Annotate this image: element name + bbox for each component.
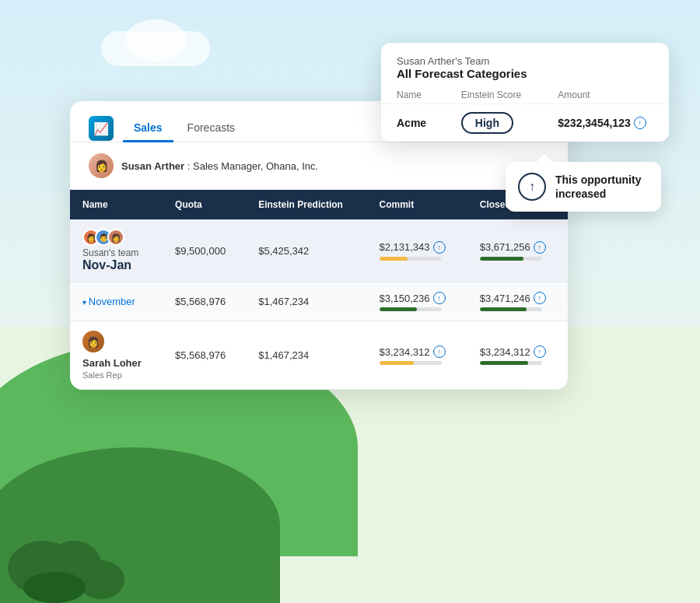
sarah-closed-value: $3,234,312 [480, 346, 530, 358]
team-closed-bar [480, 257, 542, 261]
nov-closed-bar [480, 307, 542, 311]
team-closed-arrow[interactable]: ↑ [534, 241, 546, 254]
col-einstein: Einstein Prediction [246, 190, 366, 219]
nov-name-cell: ▾ November [70, 282, 163, 321]
sarah-role: Sales Rep [82, 370, 150, 380]
table-row: ▾ November $5,568,976 $1,467,234 $3,150,… [70, 282, 568, 321]
team-closed-content: $3,671,256 ↑ [480, 241, 555, 261]
tooltip-col-name: Name [381, 86, 446, 104]
team-closed-row: $3,671,256 ↑ [480, 241, 555, 254]
col-name: Name [70, 190, 163, 219]
tooltip-team-name: Susan Arther's Team [397, 55, 653, 67]
high-badge: High [461, 112, 513, 134]
col-quota: Quota [163, 190, 246, 219]
sarah-closed-fill [480, 361, 528, 365]
sarah-name-cell: 👩 Sarah Loher Sales Rep [70, 321, 163, 390]
team-commit-value: $2,131,343 [380, 241, 430, 253]
col-commit: Commit [367, 190, 467, 219]
nov-closed-row: $3,471,246 ↑ [480, 292, 555, 304]
sarah-quota: $5,568,976 [163, 321, 246, 390]
nov-commit-value: $3,150,236 [380, 293, 430, 304]
tab-sales[interactable]: Sales [123, 115, 173, 142]
chevron-icon: ▾ [82, 298, 89, 307]
tooltip-table: Name Einstein Score Amount Acme High $23… [381, 86, 669, 142]
avatar-group: 👩 👨 👩 [82, 229, 124, 246]
sarah-commit-value: $3,234,312 [380, 346, 430, 358]
sarah-closed-content: $3,234,312 ↑ [480, 345, 555, 365]
table-header: Name Quota Einstein Prediction Commit Cl… [70, 190, 568, 219]
user-name: Susan Arther [121, 160, 184, 172]
sarah-closed-row: $3,234,312 ↑ [480, 345, 555, 358]
team-name-cell: 👩 👨 👩 Susan's team Nov-Jan [70, 219, 163, 282]
sarah-person-content: 👩 Sarah Loher Sales Rep [82, 331, 150, 380]
tooltip-col-score: Einstein Score [446, 86, 542, 104]
forecast-table: Name Quota Einstein Prediction Commit Cl… [70, 190, 568, 390]
sarah-commit-content: $3,234,312 ↑ [380, 345, 455, 365]
tooltip-title: All Forecast Categories [397, 67, 653, 80]
sarah-commit-arrow[interactable]: ↑ [433, 345, 446, 358]
nov-closed-arrow[interactable]: ↑ [534, 292, 546, 304]
sarah-einstein: $1,467,234 [246, 321, 366, 390]
team-commit-bar [380, 257, 442, 261]
tab-forecasts[interactable]: Forecasts [177, 115, 246, 142]
sarah-closed-arrow[interactable]: ↑ [534, 345, 546, 358]
user-info-bar: 👩 Susan Arther : Sales Manager, Ohana, I… [70, 142, 568, 190]
nov-commit-bar [380, 307, 442, 311]
callout-text: This opportunity increased [555, 173, 649, 201]
sarah-name: Sarah Loher [82, 357, 150, 369]
table-row: 👩 Sarah Loher Sales Rep $5,568,976 $1,46… [70, 321, 568, 390]
callout-bubble: ↑ This opportunity increased [506, 162, 661, 212]
table-body: 👩 👨 👩 Susan's team Nov-Jan $9,500,000 $5… [70, 219, 568, 390]
team-commit-fill [380, 257, 408, 261]
user-colon: : [187, 160, 193, 172]
sarah-commit-cell: $3,234,312 ↑ [367, 321, 467, 390]
november-link[interactable]: November [89, 296, 135, 307]
user-role: Sales Manager, Ohana, Inc. [193, 160, 318, 172]
nov-commit-cell: $3,150,236 ↑ [367, 282, 467, 321]
team-einstein: $5,425,342 [246, 219, 366, 282]
nov-closed-value: $3,471,246 [480, 293, 530, 304]
team-closed-fill [480, 257, 523, 261]
sarah-commit-bar [380, 361, 442, 365]
cloud-2 [124, 19, 187, 62]
sarah-commit-fill [380, 361, 414, 365]
nov-closed-content: $3,471,246 ↑ [480, 292, 555, 311]
nov-commit-fill [380, 307, 417, 311]
team-label: Susan's team [82, 247, 150, 258]
callout-up-icon: ↑ [518, 173, 546, 201]
sarah-closed-bar [480, 361, 542, 365]
amount-up-arrow[interactable]: ↑ [634, 117, 646, 129]
team-avatar-row: 👩 👨 👩 [82, 229, 150, 246]
team-quota: $9,500,000 [163, 219, 246, 282]
sarah-commit-row: $3,234,312 ↑ [380, 345, 455, 358]
team-name-content: 👩 👨 👩 Susan's team Nov-Jan [82, 229, 150, 272]
team-commit-content: $2,131,343 ↑ [380, 241, 455, 261]
bush-4 [23, 572, 86, 603]
app-icon-symbol: 📈 [93, 121, 109, 136]
nov-einstein: $1,467,234 [246, 282, 366, 321]
team-closed-cell: $3,671,256 ↑ [467, 219, 568, 282]
app-icon: 📈 [89, 116, 114, 141]
user-avatar: 👩 [89, 153, 114, 178]
team-commit-arrow[interactable]: ↑ [433, 241, 446, 254]
avatar-3: 👩 [107, 229, 124, 246]
user-text: Susan Arther : Sales Manager, Ohana, Inc… [121, 160, 318, 172]
bush-3 [78, 560, 124, 599]
tooltip-header: Susan Arther's Team All Forecast Categor… [381, 43, 669, 86]
main-card: 📈 Sales Forecasts 👩 Susan Arther : Sales… [70, 101, 568, 390]
tooltip-row: Acme High $232,3454,123 ↑ [381, 104, 669, 142]
nov-commit-arrow[interactable]: ↑ [433, 292, 446, 304]
team-commit-row: $2,131,343 ↑ [380, 241, 455, 254]
nov-commit-row: $3,150,236 ↑ [380, 292, 455, 304]
hills-background [0, 354, 700, 603]
tooltip-col-amount: Amount [542, 86, 669, 104]
sarah-avatar: 👩 [82, 331, 104, 352]
team-commit-cell: $2,131,343 ↑ [367, 219, 467, 282]
nov-quota: $5,568,976 [163, 282, 246, 321]
tooltip-card: Susan Arther's Team All Forecast Categor… [381, 43, 669, 142]
team-period: Nov-Jan [82, 258, 150, 272]
nov-commit-content: $3,150,236 ↑ [380, 292, 455, 311]
acme-amount: $232,3454,123 [558, 117, 630, 129]
acme-name: Acme [397, 117, 426, 129]
table-row: 👩 👨 👩 Susan's team Nov-Jan $9,500,000 $5… [70, 219, 568, 282]
